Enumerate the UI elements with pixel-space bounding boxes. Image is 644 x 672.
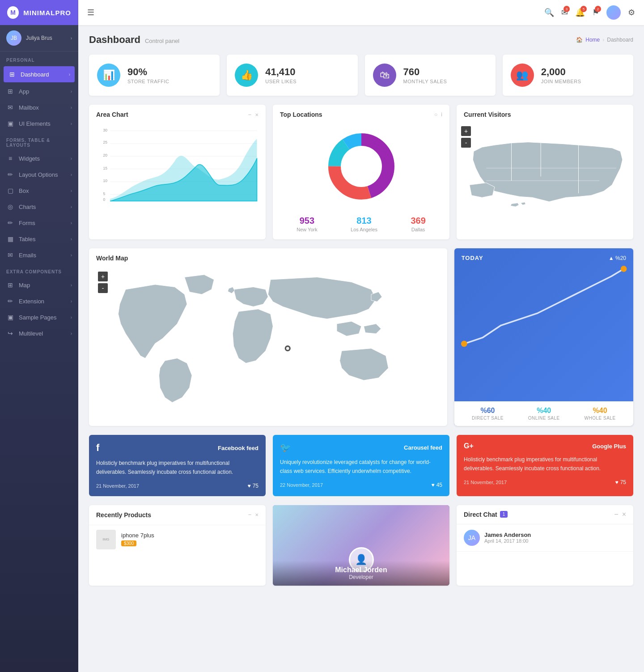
minimize-button[interactable]: − [248, 511, 252, 518]
sidebar-item-widgets[interactable]: ≡ Widgets › [0, 150, 78, 166]
hamburger-icon[interactable]: ☰ [87, 8, 94, 17]
breadcrumb-home[interactable]: Home [585, 37, 600, 43]
today-line-chart [458, 264, 630, 356]
donut-chart-svg [321, 126, 402, 207]
sidebar-item-sample-pages[interactable]: ▣ Sample Pages › [0, 309, 78, 325]
join-members-icon: 👥 [511, 64, 534, 87]
chat-user-name: James Anderson [484, 532, 626, 538]
sidebar-item-layout-options[interactable]: ✏ Layout Options › [0, 166, 78, 183]
sidebar-item-label: Mailbox [19, 104, 66, 111]
chat-badge: 1 [500, 511, 508, 518]
world-map-svg [96, 270, 440, 417]
product-name: iphone 7plus [121, 532, 258, 539]
area-chart-title: Area Chart [96, 111, 128, 118]
zoom-in-button[interactable]: + [98, 272, 108, 281]
sidebar-user[interactable]: JB Juliya Brus › [0, 25, 78, 51]
loc-value: 369 [411, 216, 425, 226]
breadcrumb-separator: › [602, 37, 604, 43]
svg-text:6: 6 [213, 202, 216, 203]
svg-point-34 [620, 266, 627, 272]
today-chart-wrap [454, 264, 633, 401]
facebook-feed-label: Facebook feed [218, 445, 258, 451]
sidebar-item-label: Extension [19, 298, 66, 305]
close-button[interactable]: × [622, 510, 626, 519]
likes-count: 75 [620, 479, 626, 485]
close-button[interactable]: × [255, 511, 258, 518]
today-header: TODAY ▲ %20 [454, 248, 633, 264]
info-icon[interactable]: i [441, 111, 442, 118]
search-icon-wrap[interactable]: 🔍 [544, 8, 554, 17]
likes-count: 75 [253, 483, 258, 489]
stat-info: 41,410 USER LIKES [265, 66, 297, 84]
home-icon: 🏠 [576, 37, 583, 43]
loc-value: 953 [297, 216, 317, 226]
dashboard-icon: ⊞ [8, 71, 16, 78]
sidebar-item-box[interactable]: ▢ Box › [0, 183, 78, 199]
sidebar-item-app[interactable]: ⊞ App › [0, 83, 78, 99]
sidebar-item-extension[interactable]: ✏ Extension › [0, 293, 78, 309]
mail-icon-wrap[interactable]: ✉ 3 [561, 8, 568, 17]
zoom-out-button[interactable]: - [461, 138, 471, 148]
michael-role: Developer [280, 574, 442, 580]
sidebar-section-extra: EXTRA COMPONENTS ⊞ Map › ✏ Extension › ▣… [0, 263, 78, 341]
map-controls: + - [461, 126, 471, 148]
svg-text:30: 30 [103, 128, 108, 132]
zoom-in-button[interactable]: + [461, 126, 471, 136]
social-likes: ♥ 75 [615, 479, 626, 485]
sidebar-item-label: Forms [19, 220, 66, 226]
chat-avatar: JA [464, 530, 480, 546]
chat-header-actions: − × [614, 510, 626, 519]
flag-icon-wrap[interactable]: ⚑ 2 [592, 8, 599, 17]
michael-name: Michael Jorden [280, 566, 442, 574]
sidebar-item-mailbox[interactable]: ✉ Mailbox › [0, 99, 78, 115]
svg-text:15: 15 [103, 166, 108, 170]
minimize-button[interactable]: − [248, 111, 252, 118]
mail-badge: 3 [564, 6, 570, 12]
stat-card-user-likes: 👍 41,410 USER LIKES [227, 55, 357, 96]
sidebar-item-forms[interactable]: ✏ Forms › [0, 215, 78, 231]
sidebar-item-dashboard[interactable]: ⊞ Dashboard › [4, 66, 75, 82]
sidebar-item-ui-elements[interactable]: ▣ UI Elements › [0, 115, 78, 132]
chat-user: JA James Anderson April 14, 2017 18:00 [457, 524, 633, 552]
sidebar-item-emails[interactable]: ✉ Emails › [0, 247, 78, 263]
svg-text:1: 1 [109, 202, 111, 203]
today-card: TODAY ▲ %20 %60 DIRECT SALE [454, 248, 633, 426]
forms-icon: ✏ [6, 219, 14, 226]
user-likes-icon: 👍 [235, 64, 258, 87]
today-stat-direct-sale: %60 DIRECT SALE [472, 407, 504, 421]
social-card-header: f Facebook feed [96, 442, 258, 454]
stat-label: STORE TRAFFIC [127, 79, 169, 84]
location-dallas: 369 Dallas [411, 216, 425, 232]
chevron-right-icon: › [71, 188, 72, 193]
sidebar-item-multilevel[interactable]: ↪ Multilevel › [0, 325, 78, 341]
sidebar-item-label: Map [19, 282, 66, 289]
close-button[interactable]: × [255, 111, 258, 118]
facebook-text: Holisticly benchmark plug imperatives fo… [96, 459, 258, 476]
stat-label: USER LIKES [265, 79, 297, 84]
today-stats: %60 DIRECT SALE %40 ONLINE SALE %40 WHOL… [454, 401, 633, 426]
monthly-sales-icon: 🛍 [373, 64, 396, 87]
top-locations-card: Top Locations ○ i [273, 105, 449, 239]
sidebar-item-charts[interactable]: ◎ Charts › [0, 199, 78, 215]
stat-value: 2,000 [541, 66, 581, 78]
stat-value: 760 [403, 66, 447, 78]
world-row: World Map + - [89, 248, 633, 426]
zoom-out-button[interactable]: - [98, 283, 108, 293]
michael-overlay: Michael Jorden Developer [273, 561, 449, 586]
chevron-right-icon: › [71, 156, 72, 161]
stat-value: %60 [472, 407, 504, 415]
stat-cards: 📊 90% STORE TRAFFIC 👍 41,410 USER LIKES … [89, 55, 633, 96]
world-map-card: World Map + - [89, 248, 447, 426]
sidebar-item-label: Widgets [19, 155, 66, 162]
card-actions: ○ i [434, 111, 442, 118]
locations-stats: 953 New York 813 Los Angeles 369 Dallas [273, 211, 449, 239]
minimize-button[interactable]: − [614, 510, 618, 519]
chat-user-info: James Anderson April 14, 2017 18:00 [484, 532, 626, 544]
bell-icon-wrap[interactable]: 🔔 5 [575, 8, 585, 17]
topnav-avatar[interactable] [606, 5, 621, 20]
direct-chat-title: Direct Chat [464, 511, 497, 518]
sidebar-item-tables[interactable]: ▦ Tables › [0, 231, 78, 247]
loc-label: Dallas [411, 227, 425, 232]
sidebar-item-map[interactable]: ⊞ Map › [0, 277, 78, 293]
gear-icon[interactable]: ⚙ [628, 8, 635, 17]
